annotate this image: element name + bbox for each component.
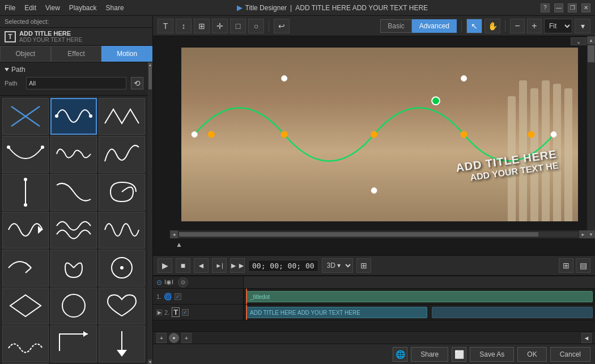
path-item-arrowwave[interactable] bbox=[2, 212, 49, 249]
row-icon-1: 🌀 bbox=[164, 293, 172, 301]
play-button[interactable]: ▶ bbox=[158, 258, 172, 273]
scroll-down-arrow[interactable]: ▼ bbox=[148, 359, 152, 364]
path-item-swave[interactable] bbox=[99, 136, 145, 173]
path-item-wave[interactable] bbox=[50, 98, 97, 135]
path-item-arrowdown[interactable] bbox=[99, 326, 145, 362]
close-button[interactable]: ✕ bbox=[581, 3, 590, 12]
path-item-scurve[interactable] bbox=[50, 174, 97, 211]
zoom-select[interactable]: Fit bbox=[544, 19, 572, 33]
path-item-circle[interactable] bbox=[50, 288, 97, 324]
path-item-wavyline[interactable] bbox=[2, 326, 49, 362]
playhead-marker[interactable]: ▲ bbox=[176, 241, 182, 249]
zoom-in-button[interactable]: + bbox=[527, 19, 542, 33]
fullscreen-button[interactable]: ⊞ bbox=[356, 258, 371, 273]
globe-button[interactable]: 🌐 bbox=[393, 347, 407, 362]
path-item-spiral[interactable] bbox=[99, 174, 145, 211]
share-button[interactable]: Share bbox=[411, 347, 448, 362]
hscroll-right-arrow[interactable]: ► bbox=[579, 230, 587, 238]
prev-button[interactable]: ◄ bbox=[194, 258, 209, 273]
path-item-vline[interactable] bbox=[2, 174, 49, 211]
ok-button[interactable]: OK bbox=[517, 347, 546, 362]
export-button[interactable]: ⬜ bbox=[452, 347, 466, 362]
path-action-button[interactable]: ⟲ bbox=[131, 77, 143, 89]
path-section: Path Path All ⟲ bbox=[0, 62, 148, 96]
svg-point-21 bbox=[371, 131, 377, 138]
menu-file[interactable]: File bbox=[5, 4, 15, 12]
row-checkbox-1[interactable]: ✓ bbox=[175, 293, 181, 300]
menu-edit[interactable]: Edit bbox=[24, 4, 36, 12]
clip-title-main[interactable]: ADD TITLE HERE ADD YOUR TEXT HERE bbox=[246, 307, 427, 318]
path-item-squiggle[interactable] bbox=[50, 136, 97, 173]
timeline-left-scroll[interactable]: ◄ bbox=[581, 333, 592, 343]
timeline-plus-button[interactable]: + bbox=[181, 333, 192, 343]
path-item-triplewave[interactable] bbox=[99, 212, 145, 249]
title-text: ADD TITLE HERE ADD YOUR TEXT HERE bbox=[295, 4, 428, 12]
path-icon-loop bbox=[102, 252, 142, 284]
grid-view-button[interactable]: ⊞ bbox=[559, 258, 573, 273]
minimize-button[interactable]: — bbox=[554, 3, 563, 12]
path-item-none[interactable] bbox=[2, 98, 49, 135]
vscroll-up-arrow[interactable]: ▲ bbox=[587, 36, 595, 44]
collapse-icon[interactable] bbox=[5, 68, 9, 71]
film-view-button[interactable]: ▤ bbox=[576, 258, 590, 273]
vscroll-down-arrow[interactable]: ▼ bbox=[587, 230, 595, 238]
path-item-arc[interactable] bbox=[2, 136, 49, 173]
menu-share[interactable]: Share bbox=[106, 4, 124, 12]
oval-tool-button[interactable]: ○ bbox=[248, 19, 264, 33]
view-basic-button[interactable]: Basic bbox=[380, 19, 411, 33]
path-item-diamond[interactable] bbox=[2, 288, 49, 324]
grid-button[interactable]: ⊞ bbox=[194, 19, 210, 33]
timeline-settings-button[interactable]: ⊙ bbox=[178, 277, 188, 288]
next-button[interactable]: ►► bbox=[230, 258, 245, 273]
path-item-zigzag[interactable] bbox=[99, 98, 145, 135]
preview-vertical-scrollbar: ▲ ▼ bbox=[587, 36, 595, 238]
restore-button[interactable]: ❐ bbox=[568, 3, 577, 12]
title-bar: File Edit View Playback Share ▶ Title De… bbox=[0, 0, 595, 16]
path-item-loop[interactable] bbox=[99, 250, 145, 286]
svg-point-20 bbox=[281, 131, 288, 138]
expand-button[interactable]: ⌄ bbox=[571, 37, 586, 45]
path-item-corner[interactable] bbox=[50, 326, 97, 362]
3d-mode-select[interactable]: 3D ▾ bbox=[322, 258, 353, 273]
hscroll-thumb[interactable] bbox=[179, 232, 538, 237]
vscroll-thumb[interactable] bbox=[588, 45, 594, 62]
help-button[interactable]: ? bbox=[541, 3, 550, 12]
save-as-button[interactable]: Save As bbox=[470, 347, 514, 362]
menu-playback[interactable]: Playback bbox=[69, 4, 97, 12]
row-checkbox-2[interactable]: ✓ bbox=[182, 309, 189, 316]
path-item-heart[interactable] bbox=[99, 288, 145, 324]
clip-title-end[interactable] bbox=[432, 307, 593, 318]
timeline-add-button[interactable]: + bbox=[156, 333, 167, 343]
menu-view[interactable]: View bbox=[45, 4, 60, 12]
undo-button[interactable]: ↩ bbox=[274, 19, 290, 33]
svg-point-29 bbox=[432, 97, 440, 105]
zoom-out-button[interactable]: − bbox=[510, 19, 525, 33]
timeline-row-1: 1. 🌀 ✓ _titledot bbox=[153, 289, 595, 305]
zoom-dropdown-button[interactable]: ▾ bbox=[575, 19, 590, 33]
tab-motion[interactable]: Motion bbox=[101, 46, 152, 62]
path-item-arrowright[interactable] bbox=[2, 250, 49, 286]
align-button[interactable]: ↕ bbox=[176, 19, 192, 33]
text-tool-button[interactable]: T bbox=[158, 19, 173, 33]
path-item-doublewave[interactable] bbox=[50, 212, 97, 249]
scroll-up-arrow[interactable]: ▲ bbox=[148, 62, 152, 67]
crosshair-button[interactable]: ✛ bbox=[212, 19, 228, 33]
vscroll-track bbox=[587, 44, 595, 230]
cursor-tool-button[interactable]: ↖ bbox=[466, 19, 482, 33]
hscroll-left-arrow[interactable]: ◄ bbox=[170, 230, 178, 238]
timeline-record-button[interactable]: ● bbox=[169, 333, 179, 343]
timeline-row-label-1: 1. 🌀 ✓ bbox=[153, 289, 244, 304]
next-frame-button[interactable]: ►| bbox=[212, 258, 227, 273]
rect-tool-button[interactable]: □ bbox=[230, 19, 246, 33]
tab-object[interactable]: Object bbox=[0, 46, 51, 62]
tab-effect[interactable]: Effect bbox=[51, 46, 102, 62]
cancel-button[interactable]: Cancel bbox=[550, 347, 590, 362]
path-item-figure8[interactable] bbox=[50, 250, 97, 286]
view-advanced-button[interactable]: Advanced bbox=[412, 19, 457, 33]
scroll-thumb[interactable] bbox=[148, 67, 152, 89]
pan-tool-button[interactable]: ✋ bbox=[484, 19, 500, 33]
clip-titledot[interactable]: _titledot bbox=[246, 291, 593, 302]
path-select[interactable]: All bbox=[26, 77, 126, 89]
row-expand-2[interactable]: ▶ bbox=[156, 310, 162, 315]
stop-button[interactable]: ■ bbox=[176, 258, 190, 273]
